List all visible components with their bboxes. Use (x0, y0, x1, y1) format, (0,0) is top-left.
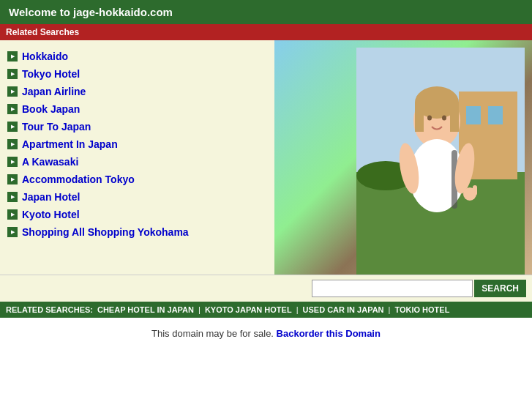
image-column (274, 40, 532, 275)
list-item: Japan Airline (6, 83, 269, 100)
bottom-related-link[interactable]: CHEAP HOTEL IN JAPAN (97, 305, 194, 314)
list-item: Kyoto Hotel (6, 206, 269, 223)
search-bar-row: SEARCH (0, 275, 532, 302)
related-searches-label: Related Searches (6, 27, 79, 37)
bottom-related-link[interactable]: KYOTO JAPAN HOTEL (205, 305, 292, 314)
bottom-related-link[interactable]: TOKIO HOTEL (394, 305, 449, 314)
bullet-icon (7, 104, 18, 114)
header-bar: Welcome to jage-hokkaido.com (0, 0, 532, 24)
search-input[interactable] (312, 280, 473, 297)
bottom-related-label: RELATED SEARCHES: (6, 305, 93, 314)
header-title: Welcome to jage-hokkaido.com (9, 6, 173, 18)
link-anchor[interactable]: Tour To Japan (22, 121, 91, 133)
bullet-icon (7, 209, 18, 220)
related-searches-bar: Related Searches (0, 24, 532, 40)
svg-point-12 (442, 116, 446, 121)
person-illustration (356, 48, 525, 275)
list-item: Japan Hotel (6, 188, 269, 206)
bottom-related-bar: RELATED SEARCHES:CHEAP HOTEL IN JAPAN|KY… (0, 302, 532, 318)
bullet-icon (7, 51, 18, 61)
list-item: Tour To Japan (6, 118, 269, 135)
link-anchor[interactable]: Tokyo Hotel (22, 68, 80, 80)
link-anchor[interactable]: Accommodation Tokyo (22, 174, 135, 185)
link-anchor[interactable]: Japan Airline (22, 86, 86, 97)
backorder-link[interactable]: Backorder this Domain (277, 328, 381, 339)
svg-rect-9 (415, 102, 424, 132)
list-item: Hokkaido (6, 48, 269, 65)
bullet-icon (7, 139, 18, 149)
svg-rect-19 (473, 185, 477, 195)
bullet-icon (7, 69, 18, 79)
link-anchor[interactable]: Book Japan (22, 103, 80, 115)
link-anchor[interactable]: Hokkaido (22, 51, 68, 62)
link-anchor[interactable]: Shopping All Shopping Yokohama (22, 226, 189, 238)
footer-text: This domain may be for sale. (151, 328, 274, 339)
svg-rect-4 (488, 106, 503, 124)
list-item: Book Japan (6, 100, 269, 118)
link-anchor[interactable]: Kyoto Hotel (22, 209, 80, 220)
svg-rect-3 (466, 106, 481, 124)
separator: | (296, 305, 299, 314)
bullet-icon (7, 174, 18, 184)
bullet-icon (7, 192, 18, 202)
bottom-related-link[interactable]: USED CAR IN JAPAN (303, 305, 384, 314)
footer: This domain may be for sale. Backorder t… (0, 318, 532, 349)
link-anchor[interactable]: Japan Hotel (22, 191, 80, 203)
bullet-icon (7, 86, 18, 97)
bullet-icon (7, 122, 18, 132)
svg-point-11 (427, 116, 432, 121)
link-anchor[interactable]: Apartment In Japan (22, 138, 118, 150)
search-button[interactable]: SEARCH (474, 280, 526, 297)
list-item: Accommodation Tokyo (6, 171, 269, 188)
bullet-icon (7, 227, 18, 237)
separator: | (389, 305, 391, 314)
list-item: A Kawasaki (6, 153, 269, 171)
list-item: Shopping All Shopping Yokohama (6, 223, 269, 241)
link-anchor[interactable]: A Kawasaki (22, 156, 78, 168)
list-item: Apartment In Japan (6, 135, 269, 153)
hero-image (274, 40, 532, 275)
separator: | (198, 305, 201, 314)
list-item: Tokyo Hotel (6, 65, 269, 83)
bullet-icon (7, 157, 18, 167)
main-content: Hokkaido Tokyo Hotel Japan Airline Book … (0, 40, 532, 275)
svg-rect-10 (450, 102, 459, 132)
links-column: Hokkaido Tokyo Hotel Japan Airline Book … (0, 40, 274, 275)
